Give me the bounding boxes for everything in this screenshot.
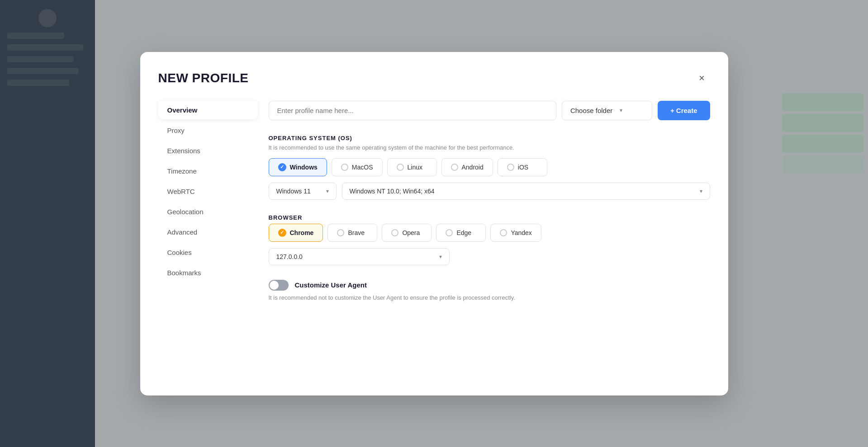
edge-radio-icon xyxy=(446,229,453,236)
modal-header: NEW PROFILE × xyxy=(158,70,710,86)
new-profile-modal: NEW PROFILE × Overview Proxy Extensions … xyxy=(140,52,728,395)
create-button[interactable]: + Create xyxy=(658,101,710,120)
sidebar-item-geolocation[interactable]: Geolocation xyxy=(158,202,258,221)
sidebar-item-timezone[interactable]: Timezone xyxy=(158,162,258,180)
os-section-title: OPERATING SYSTEM (OS) xyxy=(269,135,710,141)
browser-option-opera[interactable]: Opera xyxy=(382,224,432,242)
os-option-ios[interactable]: iOS xyxy=(498,158,547,176)
browser-version-chevron-icon: ▾ xyxy=(439,254,442,260)
profile-name-input[interactable] xyxy=(269,101,556,120)
sidebar-item-advanced[interactable]: Advanced xyxy=(158,223,258,241)
windows-check-icon xyxy=(278,163,286,171)
customize-ua-section: Customize User Agent It is recommended n… xyxy=(269,280,710,301)
sidebar-item-cookies[interactable]: Cookies xyxy=(158,243,258,262)
sidebar-item-overview[interactable]: Overview xyxy=(158,101,258,119)
os-version-chevron-icon: ▾ xyxy=(326,188,329,194)
brave-radio-icon xyxy=(337,229,344,236)
customize-ua-toggle[interactable] xyxy=(269,280,289,291)
browser-version-select[interactable]: 127.0.0.0 ▾ xyxy=(269,248,450,265)
sidebar-item-proxy[interactable]: Proxy xyxy=(158,121,258,140)
os-option-windows[interactable]: Windows xyxy=(269,158,327,176)
ios-radio-icon xyxy=(507,164,514,171)
modal-title: NEW PROFILE xyxy=(158,71,249,85)
os-option-linux[interactable]: Linux xyxy=(387,158,437,176)
android-radio-icon xyxy=(451,164,458,171)
browser-option-chrome[interactable]: Chrome xyxy=(269,224,323,242)
os-version-select[interactable]: Windows 11 ▾ xyxy=(269,183,337,200)
main-content: Choose folder ▾ + Create OPERATING SYSTE… xyxy=(269,101,710,315)
os-section: OPERATING SYSTEM (OS) It is recommended … xyxy=(269,135,710,200)
top-bar: Choose folder ▾ + Create xyxy=(269,101,710,120)
os-ua-select[interactable]: Windows NT 10.0; Win64; x64 ▾ xyxy=(342,183,710,200)
modal-body: Overview Proxy Extensions Timezone WebRT… xyxy=(158,101,710,315)
sidebar-item-bookmarks[interactable]: Bookmarks xyxy=(158,263,258,282)
os-section-desc: It is recommended to use the same operat… xyxy=(269,144,710,151)
browser-option-yandex[interactable]: Yandex xyxy=(490,224,541,242)
customize-ua-hint: It is recommended not to customize the U… xyxy=(269,294,710,301)
os-dropdowns-row: Windows 11 ▾ Windows NT 10.0; Win64; x64… xyxy=(269,183,710,200)
os-option-macos[interactable]: MacOS xyxy=(332,158,383,176)
macos-radio-icon xyxy=(341,164,348,171)
os-options-row: Windows MacOS Linux Androi xyxy=(269,158,710,176)
sidebar-item-webrtc[interactable]: WebRTC xyxy=(158,182,258,201)
close-button[interactable]: × xyxy=(694,70,710,86)
folder-select[interactable]: Choose folder ▾ xyxy=(562,101,652,120)
linux-radio-icon xyxy=(397,164,404,171)
customize-ua-label: Customize User Agent xyxy=(295,281,367,289)
os-ua-chevron-icon: ▾ xyxy=(700,188,702,194)
browser-version-row: 127.0.0.0 ▾ xyxy=(269,248,710,265)
opera-radio-icon xyxy=(391,229,398,236)
browser-section-title: BROWSER xyxy=(269,214,710,221)
sidebar-item-extensions[interactable]: Extensions xyxy=(158,141,258,160)
folder-chevron-down-icon: ▾ xyxy=(620,107,622,113)
yandex-radio-icon xyxy=(500,229,507,236)
browser-option-edge[interactable]: Edge xyxy=(436,224,486,242)
browser-section: BROWSER Chrome Brave Opera xyxy=(269,214,710,265)
os-option-android[interactable]: Android xyxy=(441,158,493,176)
sidebar-nav: Overview Proxy Extensions Timezone WebRT… xyxy=(158,101,258,315)
toggle-knob xyxy=(270,281,279,290)
chrome-check-icon xyxy=(278,229,286,237)
browser-option-brave[interactable]: Brave xyxy=(327,224,377,242)
toggle-row: Customize User Agent xyxy=(269,280,710,291)
browser-options-row: Chrome Brave Opera Edge xyxy=(269,224,710,242)
